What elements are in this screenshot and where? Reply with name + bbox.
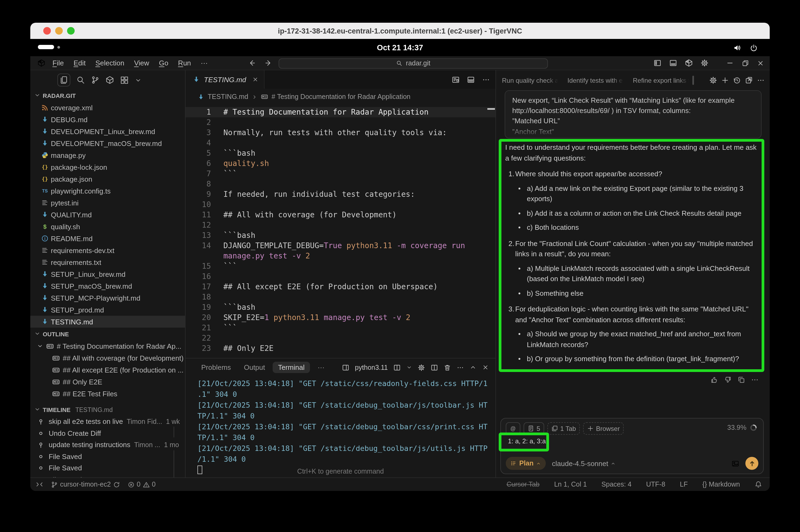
editor-actions-icon[interactable] bbox=[482, 75, 490, 83]
timeline-header[interactable]: TIMELINETESTING.md bbox=[30, 404, 185, 416]
problems-indicator[interactable]: 00 bbox=[128, 481, 156, 488]
file-SETUP_MCP-Playwright.md[interactable]: SETUP_MCP-Playwright.md bbox=[30, 292, 185, 304]
file-playwright.config.ts[interactable]: TSplaywright.config.ts bbox=[30, 185, 185, 197]
outline-header[interactable]: OUTLINE bbox=[30, 328, 185, 340]
cursor-cube-icon[interactable] bbox=[685, 59, 693, 67]
maximize-panel-icon[interactable] bbox=[469, 364, 477, 371]
open-chat-window-icon[interactable] bbox=[745, 76, 753, 84]
menu-go[interactable]: Go bbox=[154, 59, 173, 67]
file-package-lock.json[interactable]: {}package-lock.json bbox=[30, 161, 185, 173]
chat-tab-2[interactable]: Refine export links f bbox=[633, 76, 690, 84]
file-SETUP_prod.md[interactable]: SETUP_prod.md bbox=[30, 304, 185, 316]
file-quality.sh[interactable]: $quality.sh bbox=[30, 221, 185, 232]
remote-indicator[interactable] bbox=[36, 481, 43, 488]
outline-item[interactable]: ## All with coverage (for Development) bbox=[30, 352, 185, 364]
breadcrumb-section[interactable]: # Testing Documentation for Radar Applic… bbox=[272, 93, 411, 100]
status-ln-1-col-1[interactable]: Ln 1, Col 1 bbox=[554, 481, 587, 488]
feedback-thumbs-down-icon[interactable] bbox=[724, 376, 732, 384]
chat-more-icon[interactable] bbox=[757, 76, 765, 84]
menu-overflow[interactable]: ··· bbox=[196, 59, 212, 67]
menu-selection[interactable]: Selection bbox=[91, 59, 129, 67]
file-requirements-dev.txt[interactable]: requirements-dev.txt bbox=[30, 244, 185, 256]
model-selector[interactable]: claude-4.5-sonnet bbox=[552, 459, 616, 468]
feedback-ellipsis-icon[interactable] bbox=[751, 376, 759, 384]
toggle-sidebar-icon[interactable] bbox=[653, 59, 662, 67]
outline-item[interactable]: ## All except E2E (for Production on ... bbox=[30, 364, 185, 376]
timeline-item[interactable]: update testing instructionsTimon ...1 mo bbox=[30, 439, 185, 451]
terminal-output[interactable]: [21/Oct/2025 13:04:18] "GET /static/css/… bbox=[198, 378, 491, 474]
user-message-card[interactable]: New export, “Link Check Result” with “Ma… bbox=[505, 90, 762, 138]
send-button[interactable] bbox=[745, 457, 758, 470]
close-panel-icon[interactable] bbox=[482, 364, 489, 371]
chat-settings-icon[interactable] bbox=[709, 76, 717, 84]
breadcrumb-file[interactable]: TESTING.md bbox=[208, 93, 248, 100]
new-chat-icon[interactable] bbox=[721, 76, 729, 84]
activity-overflow-icon[interactable] bbox=[135, 76, 142, 83]
outline-item[interactable]: ## Only E2E bbox=[30, 376, 185, 388]
status--markdown[interactable]: {} Markdown bbox=[702, 481, 740, 488]
explorer-root-header[interactable]: RADAR.GIT bbox=[30, 90, 185, 102]
tab-close-icon[interactable] bbox=[252, 76, 259, 83]
menu-view[interactable]: View bbox=[129, 59, 154, 67]
mode-selector[interactable]: Plan bbox=[506, 457, 546, 470]
windows-activity-icon[interactable] bbox=[120, 76, 129, 84]
menu-run[interactable]: Run bbox=[173, 59, 196, 67]
volume-icon[interactable] bbox=[733, 43, 741, 52]
chat-tab-1[interactable]: Identify tests with e bbox=[568, 76, 624, 84]
file-requirements.txt[interactable]: requirements.txt bbox=[30, 256, 185, 268]
extensions-activity-icon[interactable] bbox=[106, 76, 114, 84]
open-preview-icon[interactable] bbox=[452, 75, 460, 83]
file-SETUP_macOS_brew.md[interactable]: SETUP_macOS_brew.md bbox=[30, 280, 185, 292]
window-minimize-icon[interactable] bbox=[726, 59, 734, 67]
feedback-thumbs-up-icon[interactable] bbox=[710, 376, 718, 384]
split-terminal-icon[interactable] bbox=[393, 364, 401, 371]
menu-edit[interactable]: Edit bbox=[69, 59, 91, 67]
panel-tab-problems[interactable]: Problems bbox=[196, 362, 236, 373]
timeline-item[interactable]: Undo Create Diff bbox=[30, 428, 185, 439]
explorer-activity[interactable] bbox=[57, 74, 70, 87]
menu-file[interactable]: File bbox=[48, 59, 69, 67]
feedback-copy-icon[interactable] bbox=[737, 376, 745, 384]
timeline-item[interactable]: File Saved bbox=[30, 451, 185, 462]
window-close-icon[interactable] bbox=[757, 59, 764, 67]
file-QUALITY.md[interactable]: QUALITY.md bbox=[30, 209, 185, 221]
terminal-more-icon[interactable] bbox=[457, 364, 464, 371]
timeline-item[interactable]: skip all e2e tests on liveTimon Fid...1 … bbox=[30, 416, 185, 428]
file-manage.py[interactable]: manage.py bbox=[30, 149, 185, 161]
split-panel-icon[interactable] bbox=[431, 364, 438, 371]
timeline-item[interactable]: File Saved bbox=[30, 462, 185, 474]
power-icon[interactable] bbox=[750, 43, 758, 52]
panel-tab-overflow[interactable]: ··· bbox=[312, 362, 330, 373]
panel-tab-terminal[interactable]: Terminal bbox=[273, 362, 310, 373]
status-lf[interactable]: LF bbox=[680, 481, 688, 488]
git-branch[interactable]: cursor-timon-ec2 bbox=[51, 481, 120, 488]
command-center-search[interactable]: radar.git bbox=[279, 58, 548, 69]
file-DEBUG.md[interactable]: DEBUG.md bbox=[30, 114, 185, 126]
toggle-panel-icon[interactable] bbox=[669, 59, 677, 67]
split-editor-icon[interactable] bbox=[467, 75, 475, 83]
file-package.json[interactable]: {}package.json bbox=[30, 173, 185, 185]
timeline-item[interactable]: File Saved bbox=[30, 474, 185, 477]
file-SETUP_Linux_brew.md[interactable]: SETUP_Linux_brew.md bbox=[30, 268, 185, 280]
chip-1-tab[interactable]: 1 Tab bbox=[547, 422, 580, 435]
file-pytest.ini[interactable]: pytest.ini bbox=[30, 197, 185, 209]
chat-tab-0[interactable]: Run quality check an bbox=[502, 76, 559, 84]
system-clock[interactable]: Oct 21 14:37 bbox=[30, 39, 770, 56]
notifications-bell[interactable] bbox=[755, 481, 762, 488]
status-cursor-tab[interactable]: Cursor Tab bbox=[506, 481, 540, 488]
file-DEVELOPMENT_macOS_brew.md[interactable]: DEVELOPMENT_macOS_brew.md bbox=[30, 137, 185, 149]
panel-tab-output[interactable]: Output bbox=[239, 362, 271, 373]
file-README.md[interactable]: README.md bbox=[30, 232, 185, 244]
window-restore-icon[interactable] bbox=[742, 59, 749, 67]
nav-back-icon[interactable] bbox=[248, 59, 256, 67]
outline-item[interactable]: ## E2E Test Files bbox=[30, 388, 185, 400]
file-DEVELOPMENT_Linux_brew.md[interactable]: DEVELOPMENT_Linux_brew.md bbox=[30, 126, 185, 137]
settings-icon[interactable] bbox=[701, 59, 709, 67]
tab-testing-md[interactable]: TESTING.md bbox=[186, 70, 264, 89]
profile-dropdown-icon[interactable] bbox=[406, 364, 412, 370]
editor[interactable]: 1# Testing Documentation for Radar Appli… bbox=[186, 105, 496, 358]
terminal-profile[interactable]: python3.11 bbox=[355, 364, 388, 371]
file-coverage.xml[interactable]: coverage.xml bbox=[30, 102, 185, 114]
search-activity-icon[interactable] bbox=[76, 76, 85, 84]
file-TESTING.md[interactable]: TESTING.md bbox=[30, 316, 185, 328]
